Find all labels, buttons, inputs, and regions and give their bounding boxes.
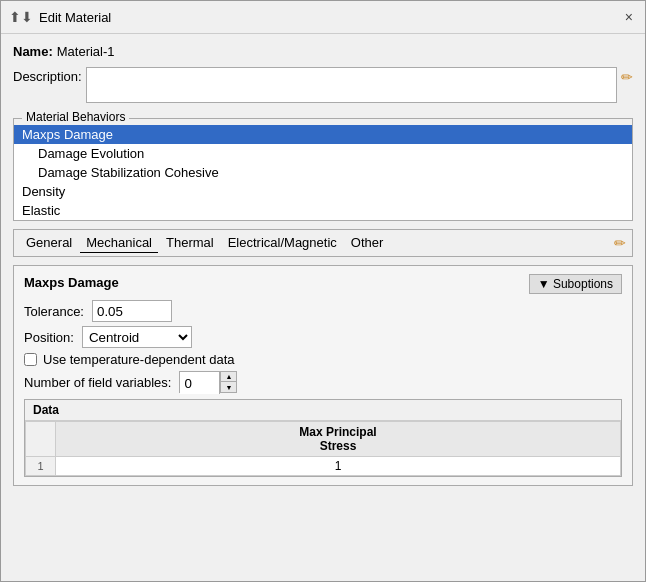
- close-button[interactable]: ×: [621, 7, 637, 27]
- menu-electrical-magnetic[interactable]: Electrical/Magnetic: [222, 233, 343, 253]
- section-title: Maxps Damage: [24, 275, 119, 290]
- field-vars-input[interactable]: [180, 372, 220, 394]
- menu-thermal[interactable]: Thermal: [160, 233, 220, 253]
- temp-dependent-label: Use temperature-dependent data: [43, 352, 235, 367]
- cell-max-principal-stress[interactable]: 1: [56, 457, 621, 476]
- temp-dependent-checkbox[interactable]: [24, 353, 37, 366]
- tolerance-row: Tolerance:: [24, 300, 622, 322]
- behaviors-list: Maxps Damage Damage Evolution Damage Sta…: [14, 125, 632, 220]
- description-row: Description: ✏: [13, 67, 633, 103]
- behavior-item-elastic[interactable]: Elastic: [14, 201, 632, 220]
- menu-other[interactable]: Other: [345, 233, 390, 253]
- position-label: Position:: [24, 330, 74, 345]
- checkbox-row: Use temperature-dependent data: [24, 352, 622, 367]
- data-table: Max PrincipalStress 1 1: [25, 421, 621, 476]
- menu-bar: General Mechanical Thermal Electrical/Ma…: [13, 229, 633, 257]
- name-value: Material-1: [57, 44, 115, 59]
- data-section: Data Max PrincipalStress 1 1: [24, 399, 622, 477]
- behavior-item-maxps-damage[interactable]: Maxps Damage: [14, 125, 632, 144]
- titlebar-left: ⬆⬇ Edit Material: [9, 9, 111, 25]
- behavior-item-damage-stabilization[interactable]: Damage Stabilization Cohesive: [14, 163, 632, 182]
- edit-material-window: ⬆⬇ Edit Material × Name: Material-1 Desc…: [0, 0, 646, 582]
- window-icon: ⬆⬇: [9, 9, 33, 25]
- field-vars-spinner: ▲ ▼: [179, 371, 237, 393]
- spinner-down-button[interactable]: ▼: [220, 382, 236, 392]
- options-header: Maxps Damage ▼ Suboptions: [24, 274, 622, 294]
- tolerance-input[interactable]: [92, 300, 172, 322]
- behavior-item-damage-evolution[interactable]: Damage Evolution: [14, 144, 632, 163]
- name-label: Name:: [13, 44, 53, 59]
- menu-general[interactable]: General: [20, 233, 78, 253]
- position-row: Position: Centroid Integration Point: [24, 326, 622, 348]
- behavior-item-density[interactable]: Density: [14, 182, 632, 201]
- field-vars-row: Number of field variables: ▲ ▼: [24, 371, 622, 393]
- behaviors-group: Material Behaviors Maxps Damage Damage E…: [13, 111, 633, 221]
- field-vars-label: Number of field variables:: [24, 375, 171, 390]
- col-header-max-principal-stress: Max PrincipalStress: [56, 422, 621, 457]
- window-title: Edit Material: [39, 10, 111, 25]
- description-input-wrap: ✏: [86, 67, 633, 103]
- name-row: Name: Material-1: [13, 44, 633, 59]
- suboptions-button[interactable]: ▼ Suboptions: [529, 274, 622, 294]
- position-select[interactable]: Centroid Integration Point: [82, 326, 192, 348]
- row-number: 1: [26, 457, 56, 476]
- spinner-up-button[interactable]: ▲: [220, 372, 236, 382]
- menu-mechanical[interactable]: Mechanical: [80, 233, 158, 253]
- data-section-header: Data: [25, 400, 621, 421]
- options-section: Maxps Damage ▼ Suboptions Tolerance: Pos…: [13, 265, 633, 486]
- table-row: 1 1: [26, 457, 621, 476]
- titlebar: ⬆⬇ Edit Material ×: [1, 1, 645, 34]
- row-num-header: [26, 422, 56, 457]
- behaviors-legend: Material Behaviors: [22, 110, 129, 124]
- menu-edit-icon[interactable]: ✏: [614, 235, 626, 251]
- main-content: Name: Material-1 Description: ✏ Material…: [1, 34, 645, 581]
- description-label: Description:: [13, 67, 82, 84]
- spinner-buttons: ▲ ▼: [220, 372, 236, 392]
- description-edit-icon[interactable]: ✏: [621, 69, 633, 85]
- tolerance-label: Tolerance:: [24, 304, 84, 319]
- description-input[interactable]: [86, 67, 617, 103]
